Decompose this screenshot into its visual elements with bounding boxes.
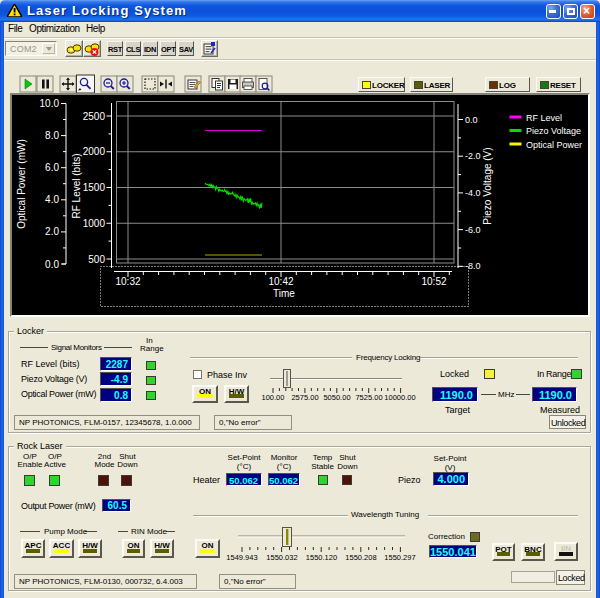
svg-text:2575.00: 2575.00 (291, 393, 318, 402)
svg-text:2500: 2500 (83, 111, 106, 122)
svg-text:0.0: 0.0 (465, 115, 478, 125)
svg-text:-6.0: -6.0 (465, 225, 481, 235)
svg-text:2.0: 2.0 (45, 226, 59, 237)
svg-text:Optical Power (mW): Optical Power (mW) (16, 139, 27, 228)
svg-text:8.0: 8.0 (45, 130, 59, 141)
svg-text:1550.120: 1550.120 (306, 553, 337, 562)
svg-text:10.0: 10.0 (40, 98, 60, 109)
svg-text:Time: Time (273, 288, 295, 299)
svg-text:-2.0: -2.0 (465, 151, 481, 161)
svg-text:10:52: 10:52 (421, 276, 446, 287)
svg-text:1500: 1500 (83, 182, 106, 193)
svg-text:1550.297: 1550.297 (384, 553, 415, 562)
svg-text:Optical Power: Optical Power (526, 140, 582, 150)
svg-text:2000: 2000 (83, 146, 106, 157)
svg-text:7525.00: 7525.00 (355, 393, 382, 402)
svg-text:1550.032: 1550.032 (266, 553, 297, 562)
svg-text:1000: 1000 (83, 218, 106, 229)
svg-text:RF Level: RF Level (526, 113, 562, 123)
svg-text:-4.0: -4.0 (465, 188, 481, 198)
svg-text:500: 500 (88, 254, 105, 265)
svg-text:RF Level (bits): RF Level (bits) (71, 153, 82, 218)
svg-text:6.0: 6.0 (45, 162, 59, 173)
svg-text:1550.208: 1550.208 (345, 553, 376, 562)
svg-text:5050.00: 5050.00 (323, 393, 350, 402)
svg-text:Piezo Voltage: Piezo Voltage (526, 126, 581, 136)
svg-text:4.0: 4.0 (45, 194, 59, 205)
svg-text:100.00: 100.00 (262, 393, 285, 402)
svg-text:Piezo Voltage (V): Piezo Voltage (V) (482, 147, 493, 224)
svg-text:1549.943: 1549.943 (226, 553, 257, 562)
svg-text:10:32: 10:32 (115, 276, 140, 287)
svg-text:10:42: 10:42 (268, 276, 293, 287)
svg-text:0.0: 0.0 (45, 259, 59, 270)
svg-text:10000.00: 10000.00 (384, 393, 415, 402)
